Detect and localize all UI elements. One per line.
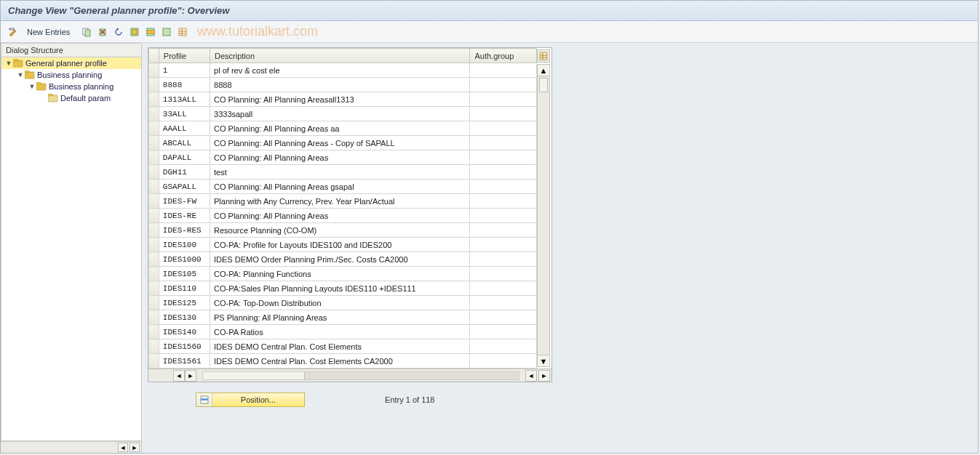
hscroll-left-button[interactable]: ◄ — [173, 370, 185, 382]
tree-scroll-left-button[interactable]: ◄ — [118, 443, 128, 452]
table-row[interactable]: IDES105CO-PA: Planning Functions — [149, 267, 537, 281]
table-row[interactable]: 1313ALLCO Planning: All Planning Areasal… — [149, 92, 537, 107]
cell-auth-group[interactable] — [470, 92, 537, 107]
cell-auth-group[interactable] — [470, 281, 537, 296]
cell-description[interactable]: CO Planning: All Planning Areas aa — [210, 121, 470, 136]
cell-description[interactable]: CO-PA: Planning Functions — [210, 267, 470, 281]
table-row[interactable]: IDES130PS Planning: All Planning Areas — [149, 310, 537, 325]
cell-description[interactable]: CO Planning: All Planning Areas — [210, 150, 470, 165]
cell-profile[interactable]: IDES105 — [159, 267, 210, 281]
cell-auth-group[interactable] — [470, 339, 537, 354]
cell-profile[interactable]: IDES1561 — [159, 354, 210, 369]
row-selector-header[interactable] — [149, 49, 159, 63]
cell-profile[interactable]: 8888 — [159, 78, 210, 92]
cell-description[interactable]: IDES DEMO Order Planning Prim./Sec. Cost… — [210, 252, 470, 267]
column-header-description[interactable]: Description — [210, 49, 470, 63]
cell-profile[interactable]: DGH11 — [159, 165, 210, 180]
cell-profile[interactable]: 1 — [159, 63, 210, 78]
select-block-button[interactable] — [144, 25, 157, 39]
table-row[interactable]: 33ALL3333sapall — [149, 107, 537, 121]
cell-description[interactable]: IDES DEMO Central Plan. Cost Elements CA… — [210, 354, 470, 369]
select-all-button[interactable] — [128, 25, 141, 39]
cell-description[interactable]: CO-PA:Sales Plan Planning Layouts IDES11… — [210, 281, 470, 296]
cell-description[interactable]: 3333sapall — [210, 107, 470, 121]
cell-auth-group[interactable] — [470, 223, 537, 238]
cell-profile[interactable]: IDES1000 — [159, 252, 210, 267]
row-selector[interactable] — [149, 209, 159, 223]
cell-auth-group[interactable] — [470, 121, 537, 136]
cell-description[interactable]: test — [210, 165, 470, 180]
delete-button[interactable] — [96, 25, 109, 39]
cell-profile[interactable]: IDES110 — [159, 281, 210, 296]
cell-auth-group[interactable] — [470, 296, 537, 310]
row-selector[interactable] — [149, 107, 159, 121]
row-selector[interactable] — [149, 354, 159, 369]
cell-auth-group[interactable] — [470, 78, 537, 92]
table-row[interactable]: 88888888 — [149, 78, 537, 92]
cell-auth-group[interactable] — [470, 209, 537, 223]
column-header-auth-group[interactable]: Auth.group — [470, 49, 537, 63]
cell-description[interactable]: PS Planning: All Planning Areas — [210, 310, 470, 325]
cell-auth-group[interactable] — [470, 194, 537, 209]
hscroll-left2-button[interactable]: ◄ — [525, 370, 537, 382]
table-row[interactable]: IDES1560IDES DEMO Central Plan. Cost Ele… — [149, 339, 537, 354]
table-row[interactable]: IDES100CO-PA: Profile for Layouts IDES10… — [149, 238, 537, 252]
cell-profile[interactable]: IDES1560 — [159, 339, 210, 354]
column-header-profile[interactable]: Profile — [159, 49, 210, 63]
cell-auth-group[interactable] — [470, 107, 537, 121]
tree-node[interactable]: ▼General planner profile — [1, 57, 141, 69]
cell-description[interactable]: 8888 — [210, 78, 470, 92]
cell-description[interactable]: CO-PA: Top-Down Distribution — [210, 296, 470, 310]
cell-auth-group[interactable] — [470, 252, 537, 267]
row-selector[interactable] — [149, 180, 159, 194]
row-selector[interactable] — [149, 281, 159, 296]
copy-as-button[interactable] — [80, 25, 93, 39]
undo-button[interactable] — [112, 25, 125, 39]
table-row[interactable]: IDES140CO-PA Ratios — [149, 325, 537, 339]
table-row[interactable]: IDES1561IDES DEMO Central Plan. Cost Ele… — [149, 354, 537, 369]
cell-auth-group[interactable] — [470, 63, 537, 78]
tree-horizontal-scrollbar[interactable]: ◄ ► — [1, 441, 141, 453]
cell-profile[interactable]: IDES140 — [159, 325, 210, 339]
toggle-display-change-button[interactable] — [7, 25, 20, 39]
row-selector[interactable] — [149, 238, 159, 252]
row-selector[interactable] — [149, 121, 159, 136]
table-row[interactable]: IDES125CO-PA: Top-Down Distribution — [149, 296, 537, 310]
cell-profile[interactable]: IDES130 — [159, 310, 210, 325]
collapse-icon[interactable]: ▼ — [4, 60, 13, 67]
cell-auth-group[interactable] — [470, 180, 537, 194]
cell-auth-group[interactable] — [470, 136, 537, 150]
table-row[interactable]: AAALLCO Planning: All Planning Areas aa — [149, 121, 537, 136]
tree-node[interactable]: ▼Business planning — [1, 69, 141, 81]
table-row[interactable]: DAPALLCO Planning: All Planning Areas — [149, 150, 537, 165]
cell-description[interactable]: CO-PA: Profile for Layouts IDES100 and I… — [210, 238, 470, 252]
cell-description[interactable]: CO Planning: All Planning Areas gsapal — [210, 180, 470, 194]
table-row[interactable]: IDES1000IDES DEMO Order Planning Prim./S… — [149, 252, 537, 267]
row-selector[interactable] — [149, 136, 159, 150]
hscroll-right2-button[interactable]: ► — [538, 370, 550, 382]
hscroll-right-button[interactable]: ► — [185, 370, 196, 382]
cell-profile[interactable]: 33ALL — [159, 107, 210, 121]
scroll-down-button[interactable]: ▼ — [538, 355, 549, 366]
row-selector[interactable] — [149, 63, 159, 78]
table-configure-button[interactable] — [537, 49, 550, 63]
cell-auth-group[interactable] — [470, 325, 537, 339]
cell-auth-group[interactable] — [470, 165, 537, 180]
new-entries-button[interactable]: New Entries — [23, 26, 74, 38]
row-selector[interactable] — [149, 78, 159, 92]
row-selector[interactable] — [149, 252, 159, 267]
hscroll-thumb[interactable] — [203, 372, 305, 379]
cell-profile[interactable]: GSAPALL — [159, 180, 210, 194]
cell-auth-group[interactable] — [470, 150, 537, 165]
table-row[interactable]: IDES-RESResource Planning (CO-OM) — [149, 223, 537, 238]
position-button[interactable]: Position... — [196, 392, 305, 407]
table-settings-button[interactable] — [176, 25, 189, 39]
cell-auth-group[interactable] — [470, 267, 537, 281]
tree-node[interactable]: Default param — [1, 92, 141, 104]
table-horizontal-scrollbar[interactable]: ◄ ► ◄ ► — [148, 369, 551, 382]
scroll-track[interactable] — [538, 76, 549, 355]
hscroll-track[interactable] — [202, 371, 519, 380]
tree-node[interactable]: ▼Business planning — [1, 81, 141, 92]
scroll-up-button[interactable]: ▲ — [538, 65, 549, 76]
table-row[interactable]: 1pl of rev & cost ele — [149, 63, 537, 78]
